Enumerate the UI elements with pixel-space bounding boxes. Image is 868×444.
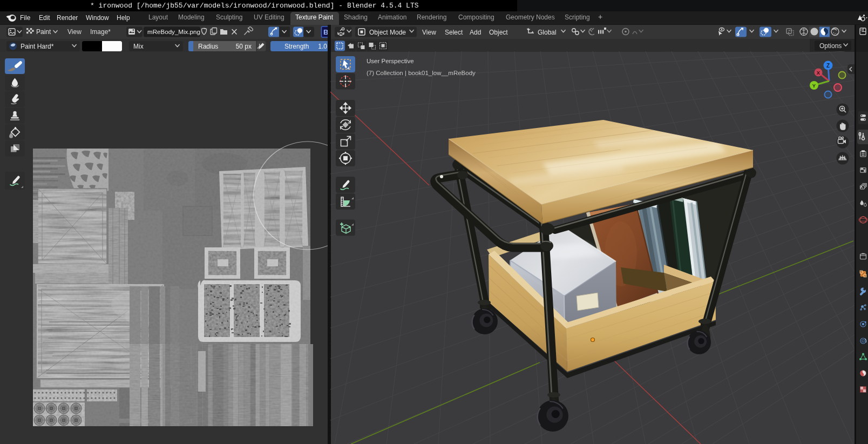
svg-text:Object Mode: Object Mode [369,29,406,36]
svg-text:Global: Global [538,29,557,36]
svg-text:Image*: Image* [90,28,111,36]
svg-text:(7) Collection | book01_low__m: (7) Collection | book01_low__mReBody [367,70,476,76]
svg-text:Select: Select [445,29,463,36]
svg-text:50 px: 50 px [236,43,252,50]
svg-text:Object: Object [489,29,508,36]
svg-text:1.0: 1.0 [318,43,327,50]
svg-text:Paint Hard*: Paint Hard* [21,43,54,50]
svg-text:Y: Y [812,83,816,89]
svg-text:mReBody_Mix.png: mReBody_Mix.png [147,28,200,35]
svg-text:Z: Z [826,63,830,69]
svg-text:Mix: Mix [133,43,144,50]
svg-text:Paint: Paint [36,28,51,36]
svg-text:View: View [422,29,436,36]
svg-text:View: View [67,28,82,36]
svg-text:Add: Add [470,29,481,36]
svg-text:Radius: Radius [198,43,218,50]
svg-text:Options: Options [819,42,842,50]
svg-text:User Perspective: User Perspective [367,58,414,64]
svg-text:Strength: Strength [284,43,309,50]
svg-text:X: X [817,70,820,76]
